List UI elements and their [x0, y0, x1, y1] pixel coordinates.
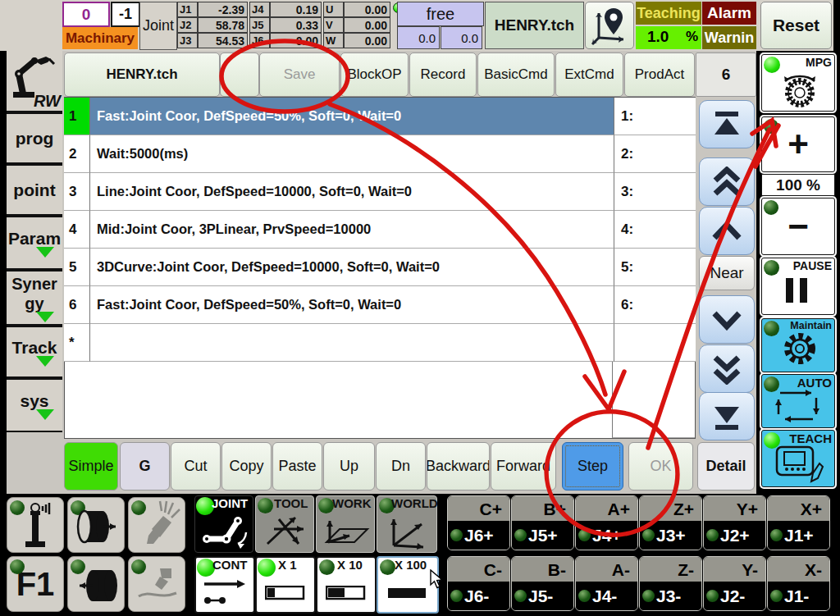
tool-axes-icon: [262, 511, 308, 550]
sidebar-item-sys[interactable]: sys: [7, 378, 62, 432]
program-row-new[interactable]: *: [64, 324, 696, 362]
up-button[interactable]: Up: [323, 442, 375, 491]
jog-button-j4-minus[interactable]: A- J4-: [575, 556, 638, 611]
jog-button-j1-plus[interactable]: X+ J1+: [767, 495, 830, 550]
prodact-button[interactable]: ProdAct: [624, 52, 695, 97]
uvw-values-group: U0.00 V0.00 W0.00: [323, 2, 390, 48]
program-row[interactable]: 4 Mid:Joint Coor, 3PLinear, PrvSpeed=100…: [64, 211, 696, 249]
tool-coord-button[interactable]: TOOL: [255, 495, 314, 553]
copy-button[interactable]: Copy: [221, 442, 272, 491]
row-command: 3DCurve:Joint Coor, DefSpeed=10000, Soft…: [90, 249, 614, 286]
pause-button[interactable]: PAUSE: [761, 258, 835, 315]
paste-button[interactable]: Paste: [272, 442, 322, 491]
row-number: *: [64, 324, 90, 362]
maintain-led: [764, 321, 779, 336]
line-down-button[interactable]: [699, 295, 755, 344]
sidebar-item-point[interactable]: point: [7, 164, 62, 216]
x10-step-button[interactable]: X 10: [316, 556, 377, 614]
x100-bar-icon: [386, 586, 429, 604]
row-number: 6: [64, 286, 90, 324]
spindle-forward-button[interactable]: [67, 497, 125, 553]
pause-icon: [786, 278, 793, 303]
work-coord-button[interactable]: WORK: [316, 495, 375, 553]
maintain-mode-button[interactable]: Maintain: [761, 318, 835, 372]
x10-label: X 10: [337, 558, 363, 572]
alarm-indicator: Alarm: [702, 2, 756, 25]
axis-value: 0.00: [344, 17, 390, 33]
jog-button-j2-plus[interactable]: Y+ J2+: [703, 495, 766, 550]
position-view-button[interactable]: [585, 2, 634, 49]
program-row[interactable]: 6 Fast:Joint Coor, DefSpeed=50%, Soft=0,…: [64, 286, 696, 324]
cut-button[interactable]: Cut: [171, 442, 221, 491]
x10-bar-icon: [326, 586, 367, 604]
joint-label: J1: [177, 2, 198, 17]
joint-coord-button[interactable]: JOINT: [194, 495, 253, 553]
teach-mode-button[interactable]: TEACH: [761, 430, 835, 487]
file-tab[interactable]: HENRY.tch: [64, 52, 220, 97]
backward-button[interactable]: Backward: [427, 442, 490, 491]
sidebar-item-track[interactable]: Track: [7, 326, 62, 378]
speed-plus-button[interactable]: +: [761, 116, 835, 172]
jog-button-j1-minus[interactable]: X- J1-: [767, 556, 830, 611]
save-button[interactable]: Save: [259, 52, 340, 97]
forward-button[interactable]: Forward: [491, 442, 556, 491]
cont-jog-button[interactable]: CONT: [194, 556, 255, 614]
torch-bent-button[interactable]: [128, 556, 185, 612]
jog-button-j5-plus[interactable]: B+ J5+: [511, 495, 574, 550]
record-button[interactable]: Record: [409, 52, 477, 97]
program-row[interactable]: 5 3DCurve:Joint Coor, DefSpeed=10000, So…: [64, 249, 696, 286]
sidebar-item-synergy[interactable]: Synergy: [7, 270, 62, 326]
coord-mode-button[interactable]: Joint: [139, 2, 177, 50]
counter-a: 0: [62, 2, 110, 27]
g-button[interactable]: G: [120, 442, 170, 491]
scroll-to-top-button[interactable]: [699, 100, 755, 148]
lamp-button[interactable]: [7, 497, 64, 553]
world-coord-label: WORLD: [391, 496, 438, 510]
simple-mode-button[interactable]: Simple: [64, 442, 118, 491]
reset-button[interactable]: Reset: [760, 2, 832, 49]
jog-button-j5-minus[interactable]: B- J5-: [511, 556, 574, 611]
mpg-button[interactable]: MPG: [761, 54, 835, 112]
page-up-button[interactable]: [699, 157, 755, 206]
jog-button-j3-plus[interactable]: Z+ J3+: [639, 495, 702, 550]
plus-led: [764, 119, 778, 134]
ok-button[interactable]: OK: [628, 442, 693, 491]
dropdown-arrow-icon: [36, 356, 54, 367]
basiccmd-button[interactable]: BasicCmd: [477, 52, 555, 97]
spindle-reverse-button[interactable]: [67, 556, 125, 612]
dn-button[interactable]: Dn: [376, 442, 426, 491]
world-coord-button[interactable]: WORLD: [377, 495, 437, 553]
jog-button-j4-plus[interactable]: A+ J4+: [575, 495, 638, 550]
joint-value: 54.53: [198, 33, 248, 48]
near-button[interactable]: Near: [699, 256, 755, 290]
row-number: 3: [64, 173, 90, 211]
step-button[interactable]: Step: [562, 442, 623, 491]
sidebar-item-param[interactable]: Param: [7, 216, 62, 270]
joint-label: J2: [177, 17, 198, 33]
speed-minus-button[interactable]: −: [761, 198, 835, 255]
scroll-to-bottom-button[interactable]: [699, 392, 755, 440]
page-down-button[interactable]: [699, 345, 755, 393]
detail-button[interactable]: Detail: [697, 442, 755, 491]
f1-button[interactable]: F1: [7, 556, 64, 612]
toolbar-spacer: [220, 52, 259, 97]
chevron-up-icon: [710, 221, 743, 242]
jog-button-j2-minus[interactable]: Y- J2-: [703, 556, 766, 611]
jog-button-j6-plus[interactable]: C+ J6+: [447, 495, 510, 550]
row-tag: 1:: [614, 98, 696, 135]
line-up-button[interactable]: [699, 207, 755, 255]
auto-mode-button[interactable]: AUTO: [761, 374, 835, 428]
cont-label: CONT: [212, 558, 248, 572]
joint-arm-icon: [200, 511, 249, 550]
sidebar-item-prog[interactable]: prog: [7, 112, 62, 164]
program-row[interactable]: 3 Line:Joint Coor, DefSpeed=10000, Soft=…: [64, 173, 696, 211]
program-row-selected[interactable]: 1 Fast:Joint Coor, DefSpeed=50%, Soft=0,…: [64, 98, 696, 135]
jog-button-j3-minus[interactable]: Z- J3-: [639, 556, 702, 611]
mpg-dial-icon: [778, 70, 821, 109]
torch-spray-button[interactable]: [128, 497, 185, 553]
program-row[interactable]: 2 Wait:5000(ms) 2:: [64, 135, 696, 173]
blockop-button[interactable]: BlockOP: [340, 52, 409, 97]
jog-button-j6-minus[interactable]: C- J6-: [447, 556, 510, 611]
extcmd-button[interactable]: ExtCmd: [555, 52, 623, 97]
x1-step-button[interactable]: X 1: [255, 556, 316, 614]
